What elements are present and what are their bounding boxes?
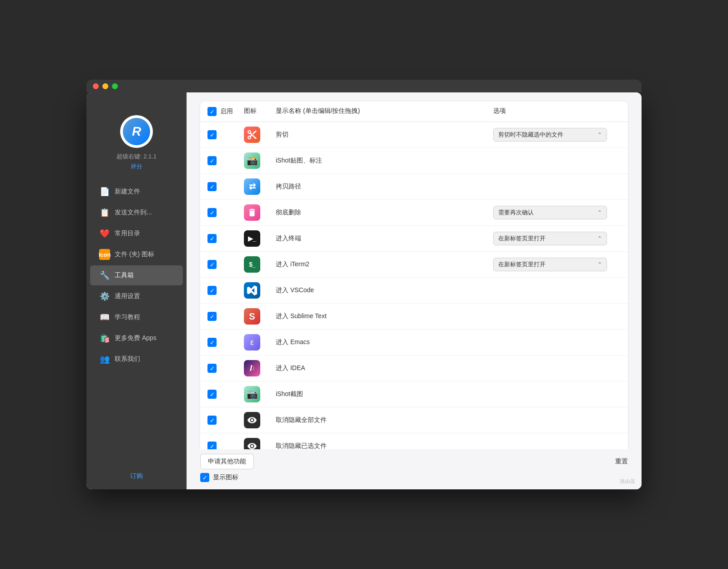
show-icon-label: 显示图标: [213, 473, 238, 482]
app-icon-ishot: 📸: [244, 152, 260, 169]
row-name: iShot截图: [276, 390, 493, 398]
sidebar-item-contact[interactable]: 👥 联系我们: [90, 349, 183, 369]
sidebar-item-file-icon[interactable]: Icon 文件 (夹) 图标: [90, 244, 183, 264]
chevron-down-icon: ⌃: [597, 132, 602, 138]
sidebar-item-label: 发送文件到...: [115, 208, 152, 217]
main-scroll[interactable]: ✓ 启用 图标 显示名称 (单击编辑/按住拖拽) 选项 ✓: [187, 92, 642, 449]
sidebar-item-more-apps[interactable]: 🛍️ 更多免费 Apps: [90, 328, 183, 348]
sidebar-item-send-to[interactable]: 📋 发送文件到...: [90, 203, 183, 223]
chevron-down-icon: ⌃: [597, 235, 602, 242]
app-icon-iterm2: $_: [244, 256, 260, 273]
sidebar-item-tutorial[interactable]: 📖 学习教程: [90, 307, 183, 327]
sidebar-item-toolbox[interactable]: 🔧 工具箱: [90, 265, 183, 285]
purchase-link[interactable]: 订购: [130, 472, 143, 480]
request-feature-button[interactable]: 申请其他功能: [200, 454, 254, 469]
row-checkbox[interactable]: ✓: [207, 416, 217, 425]
header-name: 显示名称 (单击编辑/按住拖拽): [276, 107, 493, 116]
table-row: ✓ 进入 VSCode: [200, 278, 628, 304]
select-trash-option[interactable]: 需要再次确认 ⌃: [493, 206, 607, 219]
bottom-actions: 申请其他功能 重置: [187, 449, 642, 469]
row-checkbox[interactable]: ✓: [207, 182, 217, 191]
new-file-icon: 📄: [99, 186, 110, 197]
chevron-down-icon: ⌃: [597, 209, 602, 216]
app-icon-idea: IJ: [244, 360, 260, 376]
sidebar-nav: 📄 新建文件 📋 发送文件到... ❤️ 常用目录 Icon 文件 (夹) 图标…: [86, 182, 187, 472]
table-row: ✓ 取消隐藏已选文件: [200, 433, 628, 449]
file-icon-icon: Icon: [99, 249, 110, 260]
sidebar-item-new-file[interactable]: 📄 新建文件: [90, 182, 183, 202]
row-checkbox[interactable]: ✓: [207, 312, 217, 321]
app-icon-scissors: [244, 127, 260, 143]
general-icon: ⚙️: [99, 291, 110, 302]
row-checkbox[interactable]: ✓: [207, 234, 217, 243]
sidebar-item-label: 新建文件: [115, 188, 140, 196]
row-checkbox[interactable]: ✓: [207, 390, 217, 399]
row-name: 取消隐藏全部文件: [276, 416, 493, 424]
title-bar: [86, 80, 642, 92]
table-row: ✓ IJ 进入 IDEA: [200, 356, 628, 381]
app-icon-ishot-screenshot: 📷: [244, 386, 260, 402]
row-checkbox[interactable]: ✓: [207, 208, 217, 217]
sidebar-item-label: 通用设置: [115, 292, 140, 300]
close-button[interactable]: [93, 83, 99, 89]
sidebar-item-favorites[interactable]: ❤️ 常用目录: [90, 224, 183, 244]
select-terminal-option[interactable]: 在新标签页里打开 ⌃: [493, 232, 607, 245]
sidebar-item-label: 更多免费 Apps: [115, 334, 157, 342]
row-checkbox[interactable]: ✓: [207, 156, 217, 165]
show-icon-checkbox[interactable]: ✓: [200, 473, 209, 482]
app-icon-unhide-selected: [244, 438, 260, 449]
favorites-icon: ❤️: [99, 228, 110, 239]
row-checkbox[interactable]: ✓: [207, 286, 217, 295]
contact-icon: 👥: [99, 354, 110, 365]
table-row: ✓ ⇄ 拷贝路径: [200, 174, 628, 200]
app-logo: R: [120, 115, 153, 148]
row-checkbox[interactable]: ✓: [207, 260, 217, 269]
header-icon: 图标: [244, 107, 276, 116]
maximize-button[interactable]: [112, 83, 118, 89]
header-checkbox[interactable]: ✓: [207, 107, 217, 116]
row-checkbox[interactable]: ✓: [207, 130, 217, 139]
header-options: 选项: [493, 107, 621, 116]
row-name: 彻底删除: [276, 208, 493, 217]
sidebar-item-label: 工具箱: [115, 271, 134, 279]
table-row: ✓ $_ 进入 iTerm2 在新标签页里打开 ⌃: [200, 252, 628, 278]
header-enabled: 启用: [220, 107, 233, 116]
table-row: ✓ 📸 iShot贴图、标注: [200, 148, 628, 174]
app-icon-unhide-all: [244, 412, 260, 428]
sidebar-item-label: 文件 (夹) 图标: [115, 250, 154, 259]
row-name: 进入 VSCode: [276, 286, 493, 295]
app-icon-vscode: [244, 282, 260, 299]
table-row: ✓ ▶_ 进入终端 在新标签页里打开 ⌃: [200, 226, 628, 252]
table-header: ✓ 启用 图标 显示名称 (单击编辑/按住拖拽) 选项: [200, 102, 628, 122]
row-name: 进入终端: [276, 234, 493, 243]
row-checkbox[interactable]: ✓: [207, 442, 217, 449]
row-checkbox[interactable]: ✓: [207, 338, 217, 347]
sidebar-item-label: 常用目录: [115, 229, 140, 238]
table-row: ✓ 剪切 剪切时不隐藏选中的文件 ⌃: [200, 122, 628, 148]
reset-button[interactable]: 重置: [615, 457, 628, 466]
rating-link[interactable]: 评分: [131, 163, 142, 171]
minimize-button[interactable]: [102, 83, 108, 89]
table-row: ✓ 彻底删除 需要再次确认 ⌃: [200, 200, 628, 226]
row-name: 进入 IDEA: [276, 364, 493, 372]
row-checkbox[interactable]: ✓: [207, 364, 217, 373]
row-name: iShot贴图、标注: [276, 157, 493, 165]
select-iterm2-option[interactable]: 在新标签页里打开 ⌃: [493, 258, 607, 271]
watermark: 路由器: [620, 478, 635, 485]
table-row: ✓ ε 进入 Emacs: [200, 330, 628, 356]
more-apps-icon: 🛍️: [99, 333, 110, 344]
sidebar: R 超级右键: 2.1.1 评分 📄 新建文件 📋 发送文件到... ❤️ 常用…: [86, 92, 187, 489]
send-to-icon: 📋: [99, 207, 110, 218]
sidebar-item-general[interactable]: ⚙️ 通用设置: [90, 286, 183, 306]
table-row: ✓ S 进入 Sublime Text: [200, 304, 628, 330]
sidebar-item-label: 学习教程: [115, 313, 140, 321]
select-cut-option[interactable]: 剪切时不隐藏选中的文件 ⌃: [493, 128, 607, 142]
table-row: ✓ 取消隐藏全部文件: [200, 407, 628, 433]
row-name: 进入 iTerm2: [276, 260, 493, 269]
row-name: 剪切: [276, 131, 493, 139]
row-name: 进入 Emacs: [276, 338, 493, 346]
chevron-down-icon: ⌃: [597, 261, 602, 268]
toolbox-icon: 🔧: [99, 270, 110, 281]
row-name: 取消隐藏已选文件: [276, 442, 493, 449]
main-content: ✓ 启用 图标 显示名称 (单击编辑/按住拖拽) 选项 ✓: [187, 92, 642, 489]
